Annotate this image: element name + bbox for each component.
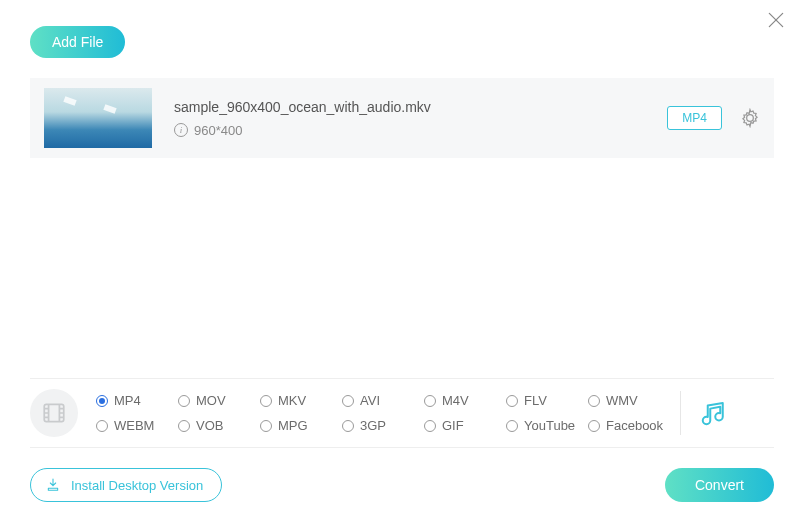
gear-icon	[740, 108, 760, 128]
format-option-mov[interactable]: MOV	[178, 393, 260, 408]
format-option-flv[interactable]: FLV	[506, 393, 588, 408]
format-option-label: 3GP	[360, 418, 386, 433]
radio-icon	[342, 420, 354, 432]
audio-category-button[interactable]	[699, 398, 729, 428]
radio-icon	[588, 420, 600, 432]
format-option-label: WEBM	[114, 418, 154, 433]
radio-icon	[424, 420, 436, 432]
radio-icon	[506, 420, 518, 432]
add-file-button[interactable]: Add File	[30, 26, 125, 58]
file-meta: sample_960x400_ocean_with_audio.mkv i 96…	[174, 99, 667, 138]
download-icon	[45, 477, 61, 493]
format-option-gif[interactable]: GIF	[424, 418, 506, 433]
format-option-label: M4V	[442, 393, 469, 408]
radio-icon	[588, 395, 600, 407]
format-option-label: MKV	[278, 393, 306, 408]
divider	[680, 391, 681, 435]
format-option-label: GIF	[442, 418, 464, 433]
radio-icon	[424, 395, 436, 407]
info-icon: i	[174, 123, 188, 137]
close-button[interactable]	[766, 10, 786, 30]
radio-icon	[506, 395, 518, 407]
radio-icon	[178, 420, 190, 432]
format-option-m4v[interactable]: M4V	[424, 393, 506, 408]
format-option-youtube[interactable]: YouTube	[506, 418, 588, 433]
format-option-label: VOB	[196, 418, 223, 433]
film-icon	[41, 400, 67, 426]
file-thumbnail	[44, 88, 152, 148]
format-option-webm[interactable]: WEBM	[96, 418, 178, 433]
file-name: sample_960x400_ocean_with_audio.mkv	[174, 99, 667, 115]
format-option-vob[interactable]: VOB	[178, 418, 260, 433]
file-dimensions-row: i 960*400	[174, 123, 667, 138]
format-options: MP4MOVMKVAVIM4VFLVWMVWEBMVOBMPG3GPGIFYou…	[96, 393, 670, 433]
footer: Install Desktop Version Convert	[30, 468, 774, 502]
format-option-label: Facebook	[606, 418, 663, 433]
radio-icon	[178, 395, 190, 407]
radio-icon	[96, 420, 108, 432]
radio-icon	[342, 395, 354, 407]
format-option-3gp[interactable]: 3GP	[342, 418, 424, 433]
radio-icon	[260, 395, 272, 407]
file-item: sample_960x400_ocean_with_audio.mkv i 96…	[30, 78, 774, 158]
radio-icon	[260, 420, 272, 432]
format-option-facebook[interactable]: Facebook	[588, 418, 670, 433]
format-option-mp4[interactable]: MP4	[96, 393, 178, 408]
format-option-mpg[interactable]: MPG	[260, 418, 342, 433]
output-format-badge[interactable]: MP4	[667, 106, 722, 130]
install-desktop-button[interactable]: Install Desktop Version	[30, 468, 222, 502]
format-option-avi[interactable]: AVI	[342, 393, 424, 408]
format-option-label: YouTube	[524, 418, 575, 433]
video-category-button[interactable]	[30, 389, 78, 437]
convert-button[interactable]: Convert	[665, 468, 774, 502]
format-option-label: AVI	[360, 393, 380, 408]
install-desktop-label: Install Desktop Version	[71, 478, 203, 493]
music-icon	[699, 398, 729, 428]
format-option-label: FLV	[524, 393, 547, 408]
file-dimensions: 960*400	[194, 123, 242, 138]
format-option-label: MOV	[196, 393, 226, 408]
format-option-wmv[interactable]: WMV	[588, 393, 670, 408]
format-option-label: MP4	[114, 393, 141, 408]
format-option-mkv[interactable]: MKV	[260, 393, 342, 408]
format-option-label: WMV	[606, 393, 638, 408]
format-bar: MP4MOVMKVAVIM4VFLVWMVWEBMVOBMPG3GPGIFYou…	[30, 378, 774, 448]
format-option-label: MPG	[278, 418, 308, 433]
close-icon	[766, 10, 786, 30]
settings-button[interactable]	[740, 108, 760, 128]
radio-icon	[96, 395, 108, 407]
